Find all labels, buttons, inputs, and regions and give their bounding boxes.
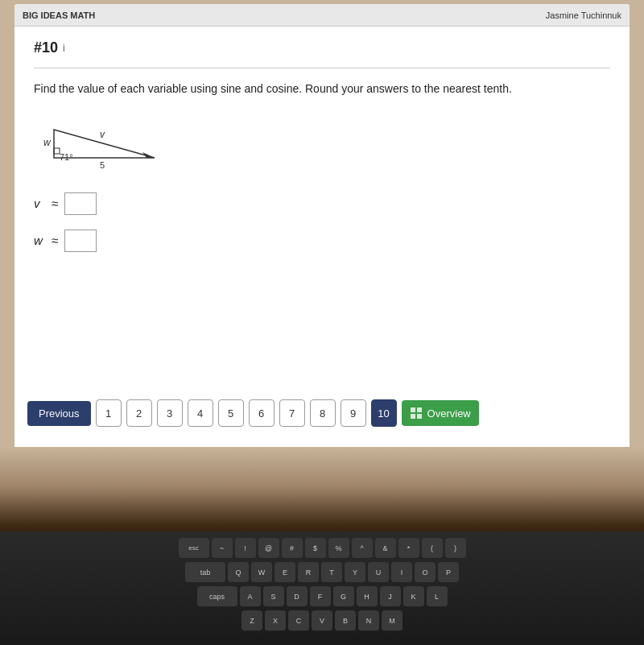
svg-text:71°: 71° (60, 152, 73, 162)
q-key[interactable]: Q (228, 562, 249, 583)
svg-rect-7 (411, 407, 415, 412)
n-key[interactable]: N (358, 610, 379, 631)
v-approx-symbol: ≈ (52, 196, 58, 210)
page-10-button[interactable]: 10 (371, 399, 397, 427)
divider (34, 68, 610, 68)
m-key[interactable]: M (382, 610, 402, 631)
brand-label: BIG IDEAS MATH (23, 10, 95, 20)
triangle-diagram: v w 71° 5 (42, 114, 171, 170)
u-key[interactable]: U (368, 562, 389, 583)
page-1-button[interactable]: 1 (96, 399, 122, 427)
overview-label: Overview (427, 407, 471, 420)
svg-rect-9 (411, 414, 415, 419)
v-key[interactable]: V (312, 610, 332, 631)
top-bar: BIG IDEAS MATH Jasmine Tuchinnuk (14, 4, 630, 27)
overview-button[interactable]: Overview (402, 400, 479, 426)
0-key[interactable]: ) (445, 538, 466, 559)
question-text: Find the value of each variable using si… (34, 81, 610, 97)
keyboard: esc ~ ! @ # $ % ^ & * ( ) tab Q W E R T … (0, 531, 644, 645)
v-variable-label: v (34, 196, 45, 210)
navigation-bar: Previous 1 2 3 4 5 6 7 8 9 10 (14, 399, 630, 427)
tilde-key[interactable]: ~ (212, 538, 233, 559)
3-key[interactable]: # (282, 538, 303, 559)
page-6-button[interactable]: 6 (249, 399, 275, 427)
d-key[interactable]: D (287, 586, 308, 607)
svg-rect-1 (54, 148, 60, 154)
9-key[interactable]: ( (422, 538, 443, 559)
browser-window: BIG IDEAS MATH Jasmine Tuchinnuk #10 i F… (14, 4, 630, 451)
v-answer-input[interactable] (64, 192, 97, 215)
2-key[interactable]: @ (258, 538, 279, 559)
keyboard-row-2: tab Q W E R T Y U I O P (8, 562, 636, 583)
tab-key[interactable]: tab (185, 562, 225, 583)
j-key[interactable]: J (380, 586, 401, 607)
h-key[interactable]: H (357, 586, 378, 607)
z-key[interactable]: Z (242, 610, 262, 631)
keyboard-row-3: caps A S D F G H J K L (8, 586, 636, 607)
keyboard-row-4: Z X C V B N M (8, 610, 636, 631)
6-key[interactable]: ^ (352, 538, 373, 559)
s-key[interactable]: S (263, 586, 284, 607)
page-7-button[interactable]: 7 (279, 399, 305, 427)
1-key[interactable]: ! (235, 538, 256, 559)
g-key[interactable]: G (333, 586, 354, 607)
triangle-svg: v w 71° 5 (42, 114, 171, 170)
8-key[interactable]: * (398, 538, 419, 559)
svg-rect-8 (417, 407, 422, 412)
l-key[interactable]: L (427, 586, 448, 607)
w-variable-label: w (34, 234, 45, 247)
page-4-button[interactable]: 4 (188, 399, 213, 427)
b-key[interactable]: B (335, 610, 356, 631)
i-key[interactable]: I (391, 562, 412, 583)
page-8-button[interactable]: 8 (310, 399, 336, 427)
page-9-button[interactable]: 9 (341, 399, 366, 427)
info-icon[interactable]: i (63, 43, 65, 54)
c-key[interactable]: C (288, 610, 309, 631)
r-key[interactable]: R (298, 562, 319, 583)
y-key[interactable]: Y (345, 562, 365, 583)
e-key[interactable]: E (275, 562, 295, 583)
a-key[interactable]: A (240, 586, 261, 607)
previous-button[interactable]: Previous (27, 401, 91, 426)
p-key[interactable]: P (438, 562, 459, 583)
svg-text:v: v (100, 129, 105, 140)
content-area: #10 i Find the value of each variable us… (14, 27, 630, 451)
w-answer-input[interactable] (64, 229, 97, 252)
page-2-button[interactable]: 2 (126, 399, 152, 427)
o-key[interactable]: O (415, 562, 436, 583)
esc-key[interactable]: esc (179, 538, 209, 559)
question-number-label: #10 (34, 39, 58, 56)
x-key[interactable]: X (265, 610, 286, 631)
question-header: #10 i (34, 39, 610, 56)
t-key[interactable]: T (321, 562, 342, 583)
5-key[interactable]: % (328, 538, 349, 559)
page-5-button[interactable]: 5 (218, 399, 244, 427)
f-key[interactable]: F (310, 586, 331, 607)
svg-rect-10 (417, 414, 422, 419)
page-3-button[interactable]: 3 (157, 399, 183, 427)
7-key[interactable]: & (375, 538, 396, 559)
keyboard-row-1: esc ~ ! @ # $ % ^ & * ( ) (8, 538, 636, 559)
4-key[interactable]: $ (305, 538, 326, 559)
v-answer-row: v ≈ (34, 192, 610, 215)
caps-key[interactable]: caps (197, 586, 237, 607)
user-label: Jasmine Tuchinnuk (546, 10, 621, 20)
svg-text:w: w (43, 137, 52, 148)
w-approx-symbol: ≈ (52, 234, 58, 247)
overview-icon (410, 407, 423, 420)
k-key[interactable]: K (403, 586, 424, 607)
w-answer-row: w ≈ (34, 229, 610, 252)
svg-text:5: 5 (100, 160, 105, 170)
w-key[interactable]: W (251, 562, 272, 583)
